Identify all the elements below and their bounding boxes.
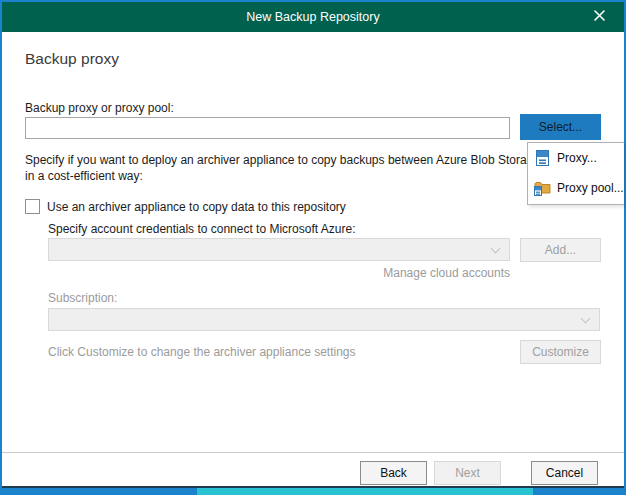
footer-separator (2, 452, 624, 453)
window-title: New Backup Repository (2, 2, 624, 32)
chevron-down-icon (491, 244, 501, 254)
cancel-button[interactable]: Cancel (531, 461, 598, 485)
backdrop-accent-strip (197, 488, 533, 495)
close-button[interactable] (584, 2, 614, 32)
add-account-button[interactable]: Add... (520, 238, 601, 262)
customize-hint-text: Click Customize to change the archiver a… (48, 345, 356, 359)
menu-item-proxy-pool[interactable]: Proxy pool... (528, 173, 624, 203)
page-title: Backup proxy (25, 50, 119, 68)
menu-item-proxy[interactable]: Proxy... (528, 143, 624, 173)
menu-item-label: Proxy... (557, 151, 597, 165)
credentials-label: Specify account credentials to connect t… (48, 222, 356, 236)
archiver-appliance-checkbox-label: Use an archiver appliance to copy data t… (47, 200, 346, 214)
new-backup-repository-dialog: New Backup Repository Backup proxy Backu… (2, 2, 624, 488)
manage-cloud-accounts-link[interactable]: Manage cloud accounts (48, 266, 510, 280)
archiver-appliance-checkbox[interactable] (25, 199, 40, 214)
next-button[interactable]: Next (434, 461, 501, 485)
subscription-label: Subscription: (48, 291, 117, 305)
proxy-input[interactable] (25, 117, 510, 139)
proxy-input-label: Backup proxy or proxy pool: (25, 101, 174, 115)
close-icon (594, 10, 605, 24)
select-dropdown-menu: Proxy... Proxy pool... (527, 142, 624, 205)
description-line-2: in a cost-efficient way: (25, 169, 143, 183)
proxy-server-icon (534, 150, 551, 167)
select-button[interactable]: Select... (520, 114, 601, 140)
customize-button[interactable]: Customize (520, 340, 601, 364)
back-button[interactable]: Back (360, 461, 427, 485)
proxy-pool-folder-icon (534, 180, 551, 197)
subscription-combobox[interactable] (48, 308, 600, 331)
credentials-combobox[interactable] (48, 238, 510, 261)
menu-item-label: Proxy pool... (557, 181, 624, 195)
chevron-down-icon (581, 314, 591, 324)
titlebar: New Backup Repository (2, 2, 624, 32)
description-line-1: Specify if you want to deploy an archive… (25, 153, 566, 167)
